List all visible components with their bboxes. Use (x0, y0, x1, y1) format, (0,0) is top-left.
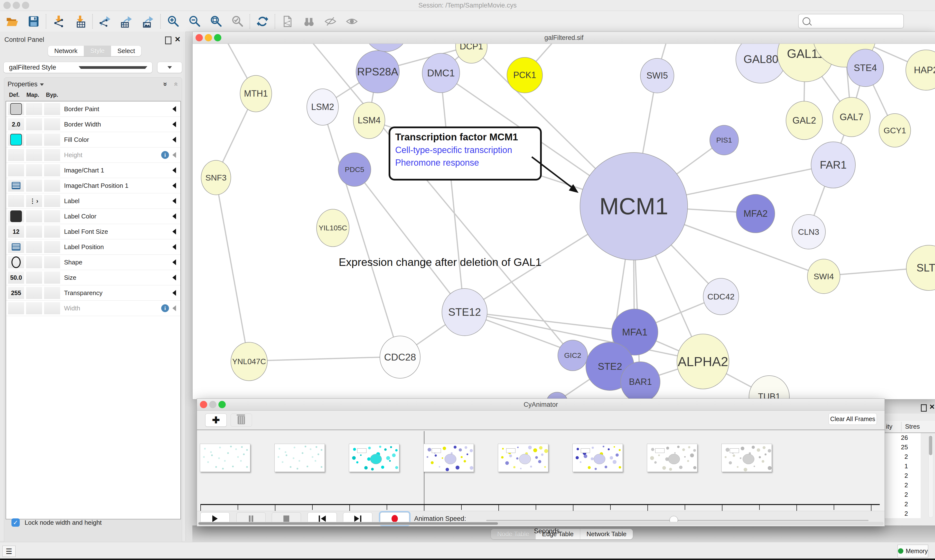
tab-network-table[interactable]: Network Table (580, 529, 633, 539)
network-node-cdc42[interactable]: CDC42 (703, 278, 739, 315)
refresh-view-icon[interactable] (252, 13, 273, 30)
property-row-border-paint[interactable]: Border Paint (6, 102, 181, 117)
cyanimator-timeline[interactable]: 0123456789 Seconds (197, 430, 885, 511)
save-session-icon[interactable] (23, 13, 44, 30)
property-row-height[interactable]: Heighti (6, 148, 181, 163)
default-value-cell[interactable] (8, 241, 24, 253)
export-table-icon[interactable] (116, 13, 137, 30)
expand-row-icon[interactable] (173, 275, 176, 280)
default-value-cell[interactable]: 2.0 (8, 118, 24, 131)
network-node-tub1[interactable]: TUB1 (749, 375, 790, 399)
property-row-transparency[interactable]: 255Transparency (6, 285, 181, 301)
minimize-window-icon[interactable] (13, 2, 20, 9)
expand-row-icon[interactable] (173, 259, 176, 265)
bypass-cell[interactable] (44, 195, 60, 207)
network-node-swi4[interactable]: SWI4 (807, 259, 840, 294)
float-table-panel-icon[interactable] (921, 404, 927, 412)
mapping-cell[interactable] (26, 118, 42, 131)
properties-header[interactable]: Properties (8, 80, 44, 88)
property-row-label-font-size[interactable]: 12Label Font Size (6, 224, 181, 239)
expand-row-icon[interactable] (173, 137, 176, 143)
clear-all-frames-button[interactable]: Clear All Frames (829, 413, 877, 425)
panel-list-button[interactable]: ☰ (2, 546, 15, 557)
close-table-panel-icon[interactable]: ✕ (929, 403, 935, 411)
property-row-width[interactable]: Widthi (6, 301, 181, 316)
network-node-pck1[interactable]: PCK1 (507, 57, 543, 93)
network-node-swi5[interactable]: SWI5 (640, 58, 674, 93)
property-row-label[interactable]: ⋮›Label (6, 194, 181, 209)
network-node-gal2[interactable]: GAL2 (786, 101, 823, 140)
network-node-mfa2[interactable]: MFA2 (736, 194, 775, 233)
minimize-window-icon[interactable] (205, 34, 212, 42)
network-node-pis1[interactable]: PIS1 (710, 125, 739, 155)
network-node-dmc1[interactable]: DMC1 (422, 53, 460, 93)
info-icon[interactable]: i (161, 151, 169, 159)
default-value-cell[interactable] (8, 302, 24, 314)
network-canvas[interactable]: MTH1LSM2LSM4SNF3PDC5YIL105CRPS28ADMC1DCP… (193, 44, 935, 399)
property-row-image-chart-position-1[interactable]: Image/Chart Position 1 (6, 178, 181, 194)
network-node-bar1[interactable]: BAR1 (620, 362, 660, 399)
style-options-button[interactable] (157, 62, 182, 73)
expand-row-icon[interactable] (173, 229, 176, 234)
network-node-snf3[interactable]: SNF3 (201, 160, 231, 195)
network-node-cln3[interactable]: CLN3 (792, 214, 825, 249)
close-window-icon[interactable] (200, 401, 207, 408)
network-node-mcm1[interactable]: MCM1 (580, 152, 688, 260)
network-window-titlebar[interactable]: galFiltered.sif (193, 32, 935, 44)
table-cell-value[interactable]: 26 (885, 433, 921, 443)
network-node-hap2[interactable]: HAP2 (906, 50, 935, 91)
default-value-cell[interactable] (8, 256, 24, 268)
bypass-cell[interactable] (44, 149, 60, 161)
network-node-yil105c[interactable]: YIL105C (316, 209, 349, 247)
maximize-window-icon[interactable] (214, 34, 221, 42)
expand-row-icon[interactable] (173, 305, 176, 311)
open-session-icon[interactable] (2, 13, 23, 30)
network-node-lsm4[interactable]: LSM4 (353, 102, 385, 139)
search-input[interactable] (813, 17, 903, 25)
expand-row-icon[interactable] (173, 168, 176, 173)
mapping-cell[interactable] (26, 180, 42, 192)
network-node-gcy1[interactable]: GCY1 (879, 113, 911, 148)
default-value-cell[interactable] (8, 103, 24, 115)
style-selector[interactable]: galFiltered Style (3, 62, 153, 73)
network-node-gal7[interactable]: GAL7 (833, 97, 870, 137)
table-cell-value[interactable]: 2 (885, 509, 921, 518)
zoom-in-icon[interactable] (162, 13, 184, 30)
info-icon[interactable]: i (161, 304, 169, 312)
column-header-centrality[interactable]: ity (886, 423, 892, 430)
timeline-frame-1[interactable] (275, 444, 325, 472)
mapping-cell[interactable] (26, 149, 42, 161)
bypass-cell[interactable] (44, 210, 60, 222)
network-node-gic2[interactable]: GIC2 (558, 340, 588, 371)
column-header-stress[interactable]: Stres (905, 423, 920, 430)
network-node-lsm2[interactable]: LSM2 (307, 89, 339, 126)
table-cell-value[interactable]: 1 (885, 462, 921, 471)
table-cell-value[interactable]: 2 (885, 471, 921, 480)
minimize-window-icon[interactable] (209, 401, 216, 408)
canvas-caption[interactable]: Expression change after deletion of GAL1 (339, 256, 542, 269)
network-node-cdc28[interactable]: CDC28 (380, 336, 421, 378)
table-cell-value[interactable]: 25 (885, 443, 921, 452)
cyanimator-titlebar[interactable]: CyAnimator (197, 399, 885, 411)
mapping-cell[interactable] (26, 226, 42, 238)
mapping-cell[interactable] (26, 287, 42, 299)
zoom-out-icon[interactable] (184, 13, 205, 30)
checkbox-checked-icon[interactable]: ✓ (11, 518, 20, 527)
expand-row-icon[interactable] (173, 152, 176, 158)
property-row-image-chart-1[interactable]: Image/Chart 1 (6, 163, 181, 178)
network-node-dcp1[interactable]: DCP1 (455, 44, 488, 63)
network-node[interactable] (546, 392, 568, 399)
property-row-label-position[interactable]: Label Position (6, 239, 181, 255)
expand-row-icon[interactable] (173, 244, 176, 250)
default-value-cell[interactable] (8, 164, 24, 176)
network-node-ynl047c[interactable]: YNL047C (231, 342, 268, 381)
expand-row-icon[interactable] (173, 106, 176, 112)
mapping-cell[interactable] (26, 302, 42, 314)
default-value-cell[interactable] (8, 195, 24, 207)
timeline-frame-4[interactable] (498, 444, 548, 472)
expand-row-icon[interactable] (173, 198, 176, 204)
default-value-cell[interactable] (8, 149, 24, 161)
table-cell-value[interactable]: 2 (885, 490, 921, 499)
hide-details-icon[interactable] (320, 13, 341, 30)
expand-row-icon[interactable] (173, 122, 176, 127)
